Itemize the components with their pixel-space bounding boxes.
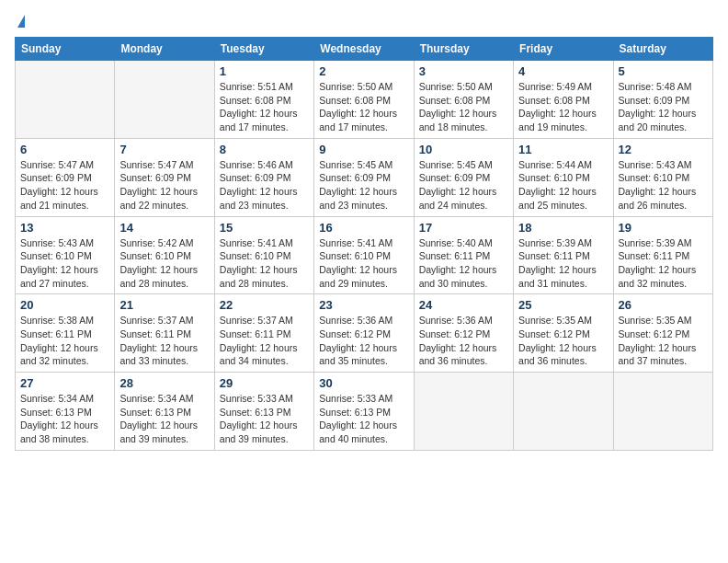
day-info: Sunrise: 5:39 AMSunset: 6:11 PMDaylight:…: [619, 236, 708, 291]
day-number: 28: [119, 376, 209, 390]
calendar-cell: 24Sunrise: 5:36 AMSunset: 6:12 PMDayligh…: [414, 294, 513, 373]
day-info: Sunrise: 5:47 AMSunset: 6:09 PMDaylight:…: [119, 158, 209, 213]
calendar-cell: 20Sunrise: 5:38 AMSunset: 6:11 PMDayligh…: [16, 294, 115, 373]
calendar-cell: 8Sunrise: 5:46 AMSunset: 6:09 PMDaylight…: [214, 138, 313, 216]
calendar-cell: 3Sunrise: 5:50 AMSunset: 6:08 PMDaylight…: [414, 61, 513, 139]
calendar-week-row: 13Sunrise: 5:43 AMSunset: 6:10 PMDayligh…: [16, 216, 713, 294]
day-number: 12: [619, 143, 708, 156]
calendar-cell: 22Sunrise: 5:37 AMSunset: 6:11 PMDayligh…: [214, 294, 313, 373]
day-info: Sunrise: 5:42 AMSunset: 6:10 PMDaylight:…: [119, 236, 209, 291]
day-info: Sunrise: 5:39 AMSunset: 6:11 PMDaylight:…: [518, 236, 608, 291]
day-number: 7: [119, 143, 209, 156]
day-number: 30: [319, 376, 408, 390]
calendar-cell: 23Sunrise: 5:36 AMSunset: 6:12 PMDayligh…: [314, 294, 414, 373]
day-info: Sunrise: 5:38 AMSunset: 6:11 PMDaylight:…: [20, 314, 109, 368]
day-number: 6: [20, 143, 109, 156]
calendar-cell: 11Sunrise: 5:44 AMSunset: 6:10 PMDayligh…: [514, 138, 613, 216]
day-info: Sunrise: 5:36 AMSunset: 6:12 PMDaylight:…: [319, 314, 408, 368]
day-info: Sunrise: 5:35 AMSunset: 6:12 PMDaylight:…: [619, 314, 708, 368]
calendar-cell: 12Sunrise: 5:43 AMSunset: 6:10 PMDayligh…: [613, 138, 712, 216]
calendar-cell: 10Sunrise: 5:45 AMSunset: 6:09 PMDayligh…: [414, 138, 513, 216]
calendar-header-row: SundayMondayTuesdayWednesdayThursdayFrid…: [16, 38, 713, 61]
day-number: 3: [419, 64, 508, 78]
day-number: 23: [319, 298, 408, 312]
day-info: Sunrise: 5:33 AMSunset: 6:13 PMDaylight:…: [220, 392, 309, 446]
day-info: Sunrise: 5:45 AMSunset: 6:09 PMDaylight:…: [319, 158, 408, 213]
weekday-header-tuesday: Tuesday: [214, 38, 313, 61]
day-info: Sunrise: 5:41 AMSunset: 6:10 PMDaylight:…: [319, 236, 408, 291]
calendar-week-row: 6Sunrise: 5:47 AMSunset: 6:09 PMDaylight…: [16, 138, 713, 216]
calendar-cell: 16Sunrise: 5:41 AMSunset: 6:10 PMDayligh…: [314, 216, 414, 294]
calendar-cell: 9Sunrise: 5:45 AMSunset: 6:09 PMDaylight…: [314, 138, 414, 216]
weekday-header-thursday: Thursday: [414, 38, 513, 61]
day-number: 8: [220, 143, 309, 156]
day-info: Sunrise: 5:34 AMSunset: 6:13 PMDaylight:…: [20, 392, 109, 446]
day-number: 4: [518, 64, 608, 78]
day-number: 1: [220, 64, 309, 78]
day-number: 11: [518, 143, 608, 156]
calendar-cell: 29Sunrise: 5:33 AMSunset: 6:13 PMDayligh…: [214, 373, 313, 451]
day-number: 14: [119, 221, 209, 235]
day-number: 17: [419, 221, 508, 235]
day-number: 26: [619, 298, 708, 312]
calendar-cell: [613, 373, 712, 451]
day-info: Sunrise: 5:41 AMSunset: 6:10 PMDaylight:…: [220, 236, 309, 291]
calendar-cell: 26Sunrise: 5:35 AMSunset: 6:12 PMDayligh…: [613, 294, 712, 373]
calendar-cell: 5Sunrise: 5:48 AMSunset: 6:09 PMDaylight…: [613, 61, 712, 139]
day-number: 29: [220, 376, 309, 390]
day-info: Sunrise: 5:45 AMSunset: 6:09 PMDaylight:…: [419, 158, 508, 213]
calendar-cell: 1Sunrise: 5:51 AMSunset: 6:08 PMDaylight…: [214, 61, 313, 139]
calendar-cell: 28Sunrise: 5:34 AMSunset: 6:13 PMDayligh…: [115, 373, 214, 451]
day-info: Sunrise: 5:44 AMSunset: 6:10 PMDaylight:…: [518, 158, 608, 213]
day-info: Sunrise: 5:43 AMSunset: 6:10 PMDaylight:…: [20, 236, 109, 291]
day-info: Sunrise: 5:51 AMSunset: 6:08 PMDaylight:…: [220, 80, 309, 134]
calendar-cell: 2Sunrise: 5:50 AMSunset: 6:08 PMDaylight…: [314, 61, 414, 139]
day-number: 10: [419, 143, 508, 156]
day-info: Sunrise: 5:33 AMSunset: 6:13 PMDaylight:…: [319, 392, 408, 446]
weekday-header-sunday: Sunday: [16, 38, 115, 61]
weekday-header-saturday: Saturday: [613, 38, 712, 61]
day-number: 25: [518, 298, 608, 312]
calendar-week-row: 27Sunrise: 5:34 AMSunset: 6:13 PMDayligh…: [16, 373, 713, 451]
day-info: Sunrise: 5:40 AMSunset: 6:11 PMDaylight:…: [419, 236, 508, 291]
calendar-cell: 19Sunrise: 5:39 AMSunset: 6:11 PMDayligh…: [613, 216, 712, 294]
calendar-cell: 17Sunrise: 5:40 AMSunset: 6:11 PMDayligh…: [414, 216, 513, 294]
day-info: Sunrise: 5:49 AMSunset: 6:08 PMDaylight:…: [518, 80, 608, 134]
calendar-cell: 18Sunrise: 5:39 AMSunset: 6:11 PMDayligh…: [514, 216, 613, 294]
day-number: 15: [220, 221, 309, 235]
calendar-cell: 25Sunrise: 5:35 AMSunset: 6:12 PMDayligh…: [514, 294, 613, 373]
day-number: 9: [319, 143, 408, 156]
calendar-cell: 13Sunrise: 5:43 AMSunset: 6:10 PMDayligh…: [16, 216, 115, 294]
day-info: Sunrise: 5:43 AMSunset: 6:10 PMDaylight:…: [619, 158, 708, 213]
day-number: 24: [419, 298, 508, 312]
calendar-cell: [115, 61, 214, 139]
calendar-cell: [414, 373, 513, 451]
calendar-cell: 6Sunrise: 5:47 AMSunset: 6:09 PMDaylight…: [16, 138, 115, 216]
calendar-cell: 7Sunrise: 5:47 AMSunset: 6:09 PMDaylight…: [115, 138, 214, 216]
day-number: 18: [518, 221, 608, 235]
day-info: Sunrise: 5:46 AMSunset: 6:09 PMDaylight:…: [220, 158, 309, 213]
page-header: [15, 15, 713, 29]
day-number: 22: [220, 298, 309, 312]
day-info: Sunrise: 5:37 AMSunset: 6:11 PMDaylight:…: [119, 314, 209, 368]
calendar-week-row: 20Sunrise: 5:38 AMSunset: 6:11 PMDayligh…: [16, 294, 713, 373]
calendar-cell: 4Sunrise: 5:49 AMSunset: 6:08 PMDaylight…: [514, 61, 613, 139]
calendar-cell: [16, 61, 115, 139]
day-number: 13: [20, 221, 109, 235]
day-number: 19: [619, 221, 708, 235]
weekday-header-friday: Friday: [514, 38, 613, 61]
calendar-table: SundayMondayTuesdayWednesdayThursdayFrid…: [15, 37, 713, 451]
day-info: Sunrise: 5:50 AMSunset: 6:08 PMDaylight:…: [319, 80, 408, 134]
day-number: 2: [319, 64, 408, 78]
day-info: Sunrise: 5:50 AMSunset: 6:08 PMDaylight:…: [419, 80, 508, 134]
calendar-cell: 21Sunrise: 5:37 AMSunset: 6:11 PMDayligh…: [115, 294, 214, 373]
calendar-cell: 14Sunrise: 5:42 AMSunset: 6:10 PMDayligh…: [115, 216, 214, 294]
calendar-cell: 15Sunrise: 5:41 AMSunset: 6:10 PMDayligh…: [214, 216, 313, 294]
logo: [15, 15, 25, 29]
day-number: 21: [119, 298, 209, 312]
day-number: 20: [20, 298, 109, 312]
day-number: 27: [20, 376, 109, 390]
calendar-cell: 30Sunrise: 5:33 AMSunset: 6:13 PMDayligh…: [314, 373, 414, 451]
day-number: 16: [319, 221, 408, 235]
calendar-cell: 27Sunrise: 5:34 AMSunset: 6:13 PMDayligh…: [16, 373, 115, 451]
